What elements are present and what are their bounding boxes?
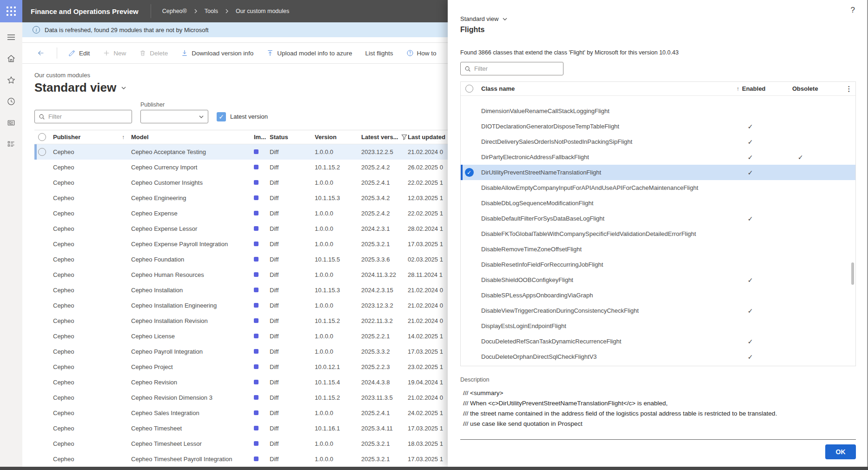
list-flights-button[interactable]: List flights	[361, 47, 398, 60]
cell-enabled: ✓	[742, 154, 792, 161]
cell-status: Diff	[270, 287, 315, 294]
sort-ascending-icon: ↑	[736, 86, 739, 92]
flight-row[interactable]: DisableSPLessAppsOnboardingViaGraph	[461, 288, 855, 303]
back-button[interactable]	[33, 47, 48, 60]
row-selector[interactable]	[34, 148, 53, 156]
cell-publisher: Cepheo	[53, 394, 131, 401]
cell-publisher: Cepheo	[53, 456, 131, 463]
cell-model: Cepheo Installation Engineering	[131, 302, 254, 309]
flight-row[interactable]: DisableDbLogSequenceModificationFlight	[461, 195, 855, 211]
cell-impact	[254, 256, 270, 263]
breadcrumb-item-tools[interactable]: Tools	[205, 8, 218, 14]
cell-class-name: DisableResetInfoFieldForReccurringJobFli…	[481, 261, 730, 268]
panel-view-selector[interactable]: Standard view	[460, 15, 856, 22]
flight-row[interactable]: DisableViewTriggerCreationDuringConsiste…	[461, 303, 855, 318]
flights-filter-box	[460, 62, 563, 75]
upload-model-info-button[interactable]: Upload model info to azure	[262, 47, 357, 60]
cell-class-name: DisableFKToGlobalTableWithCompanySpecifi…	[481, 230, 730, 237]
cell-latest-version: 2025.3.4.11	[361, 425, 408, 432]
description-line: /// the street name contained in the add…	[463, 410, 856, 417]
delete-button[interactable]: Delete	[134, 47, 172, 60]
cell-version: 10.1.15.3	[315, 287, 361, 294]
modules-filter-input[interactable]	[48, 113, 128, 120]
breadcrumb-item-page[interactable]: Our custom modules	[236, 8, 289, 14]
flight-row[interactable]: DisplayEstsLoginEndpointFlight	[461, 318, 855, 334]
column-header-publisher[interactable]: Publisher↑	[53, 134, 131, 141]
row-selector[interactable]: ✓	[461, 168, 481, 177]
kebab-menu-icon[interactable]: ⋮	[842, 85, 855, 93]
cell-enabled: ✓	[742, 338, 792, 345]
flight-row[interactable]: DocuDeleteOrphanDirectSqlCheckFlightV3✓	[461, 349, 855, 364]
new-button[interactable]: New	[98, 47, 131, 60]
cell-publisher: Cepheo	[53, 179, 131, 186]
impact-square-icon	[254, 165, 258, 169]
flight-row[interactable]: DisableResetInfoFieldForReccurringJobFli…	[461, 257, 855, 272]
how-to-button[interactable]: How to	[402, 47, 441, 60]
latest-version-toggle[interactable]: ✓ Latest version	[217, 110, 268, 123]
news-feed-icon[interactable]	[7, 118, 16, 128]
flight-row[interactable]: DisableShieldOOBConfigkeyFlight✓	[461, 272, 855, 288]
cell-status: Diff	[270, 148, 315, 155]
cell-class-name: DisableSPLessAppsOnboardingViaGraph	[481, 292, 730, 299]
bottom-window-edge	[0, 467, 868, 470]
home-icon[interactable]	[7, 54, 16, 63]
select-all-circle[interactable]	[34, 133, 53, 141]
cell-model: Cepheo Expense Lessor	[131, 225, 254, 232]
cell-status: Diff	[270, 363, 315, 370]
impact-square-icon	[254, 303, 258, 308]
help-icon[interactable]: ?	[851, 6, 855, 15]
edit-button[interactable]: Edit	[64, 47, 94, 60]
flight-row[interactable]: DirectDeliverySalesOrderIsNotPostedInPac…	[461, 134, 855, 149]
cell-publisher: Cepheo	[53, 210, 131, 217]
column-header-model[interactable]: Model	[131, 134, 254, 141]
cell-impact	[254, 164, 270, 171]
flight-row[interactable]: DisableDefaultFilterForSysDataBaseLogFli…	[461, 211, 855, 226]
column-header-enabled[interactable]: Enabled	[742, 85, 792, 92]
footer-divider	[460, 439, 856, 440]
impact-square-icon	[254, 272, 258, 277]
column-header-version[interactable]: Version	[315, 134, 361, 141]
cell-latest-version: 2023.12.2.5	[361, 148, 408, 155]
column-header-latest-version[interactable]: Latest vers...	[361, 134, 408, 141]
column-header-class-name[interactable]: Class name	[481, 85, 730, 92]
publisher-dropdown[interactable]	[140, 110, 208, 123]
description-section: Description /// <summary>/// When <c>Dir…	[460, 376, 856, 427]
waffle-icon	[7, 7, 16, 16]
flights-filter-input[interactable]	[474, 65, 559, 72]
cell-impact	[254, 287, 270, 294]
cell-version: 10.1.15.5	[315, 256, 361, 263]
radio-circle-icon	[38, 148, 46, 156]
left-nav-rail	[0, 0, 22, 467]
scrollbar-thumb[interactable]	[851, 262, 854, 285]
cell-latest-version: 2025.2.2.3	[361, 363, 408, 370]
flight-row[interactable]: DisableFKToGlobalTableWithCompanySpecifi…	[461, 226, 855, 242]
cell-publisher: Cepheo	[53, 379, 131, 386]
description-line: /// use case like send quotation in Pros…	[463, 420, 856, 427]
cell-class-name: DisableDefaultFilterForSysDataBaseLogFli…	[481, 215, 730, 222]
flight-row[interactable]: DirPartyElectronicAddressFallbackFlight✓…	[461, 149, 855, 165]
recent-clock-icon[interactable]	[7, 97, 16, 106]
breadcrumb-item-product[interactable]: Cepheo®	[162, 8, 187, 14]
favorites-star-icon[interactable]	[7, 75, 16, 85]
cell-model: Cepheo Human Resources	[131, 271, 254, 278]
flight-row[interactable]: DIOTDeclarationGeneratorDisposeTempTable…	[461, 119, 855, 134]
select-all-circle[interactable]	[461, 85, 481, 93]
flight-row[interactable]: DimensionValueRenameCallStackLoggingFlig…	[461, 103, 855, 119]
flight-row[interactable]: ✓DirUtilityPreventStreetNameTranslationF…	[461, 165, 855, 180]
task-list-icon[interactable]	[7, 140, 16, 149]
cell-publisher: Cepheo	[53, 333, 131, 340]
column-header-impact[interactable]: Im...	[254, 134, 270, 141]
download-version-info-button[interactable]: Download version info	[176, 47, 258, 60]
column-header-obsolete[interactable]: Obsolete	[792, 85, 842, 92]
cell-impact	[254, 148, 270, 155]
flight-row[interactable]: DisableAllowEmptyCompanyInputForAPIAndUs…	[461, 180, 855, 195]
ok-button[interactable]: OK	[825, 444, 856, 459]
flights-summary: Found 3866 classes that extend the class…	[460, 49, 856, 56]
column-header-status[interactable]: Status	[270, 134, 315, 141]
cell-enabled: ✓	[742, 123, 792, 130]
flight-row[interactable]: DocuDeletedRefScanTaskDynamicRecurrenceF…	[461, 334, 855, 349]
hamburger-menu-icon[interactable]	[7, 33, 16, 42]
question-circle-icon	[406, 49, 414, 57]
app-launcher-button[interactable]	[0, 0, 22, 22]
flight-row[interactable]: DisableRemoveTimeZoneOffsetFlight	[461, 242, 855, 257]
